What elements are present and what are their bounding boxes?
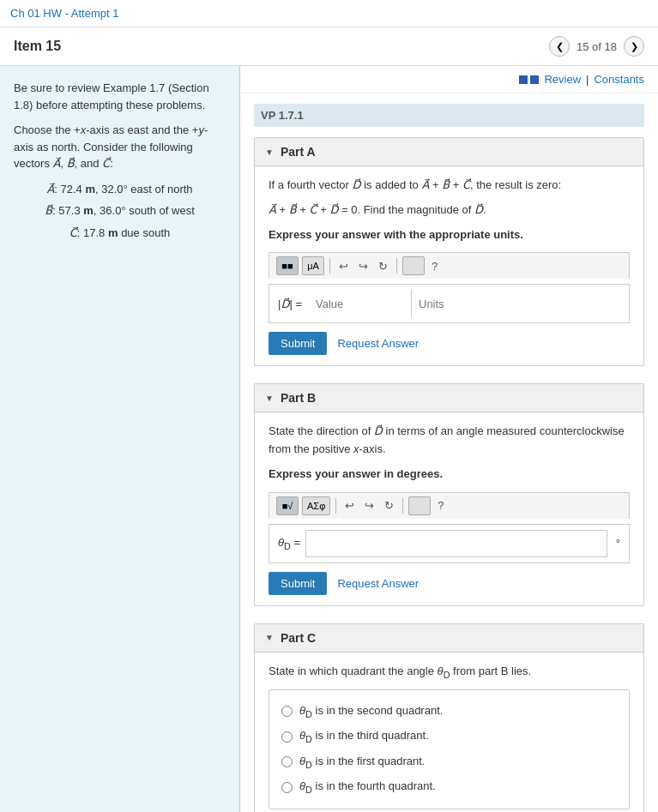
part-a-answer-row: |D⃗| =	[269, 284, 630, 323]
toolbar-refresh-a[interactable]: ↻	[375, 258, 391, 274]
part-b-toggle-icon: ▼	[265, 394, 274, 403]
part-c-desc: State in which quadrant the angle θD fro…	[269, 663, 630, 683]
toolbar-sep-b1	[335, 498, 336, 514]
toolbar-sep-a1	[329, 258, 330, 274]
review-link[interactable]: Review	[544, 73, 581, 86]
part-a-answer-label: |D⃗| =	[278, 298, 302, 310]
part-a-toggle-icon: ▼	[265, 147, 274, 157]
review-bar: Review | Constants	[240, 66, 658, 93]
content-area: Review | Constants VP 1.7.1 ▼ Part A If …	[240, 66, 658, 812]
main-content: Be sure to review Example 1.7 (Section 1…	[0, 66, 658, 812]
part-a-label: Part A	[281, 145, 316, 159]
separator: |	[586, 73, 589, 86]
radio-label-3: θD is in the fourth quadrant.	[299, 779, 436, 795]
radio-first-quadrant[interactable]	[281, 756, 293, 767]
vector-b: B⃗: 57.3 m, 36.0° south of west	[14, 202, 226, 220]
radio-item-1: θD is in the third quadrant.	[281, 724, 617, 749]
radio-item-0: θD is in the second quadrant.	[281, 699, 617, 725]
part-b-desc1: State the direction of D⃗ in terms of an…	[269, 423, 630, 459]
toolbar-sigma-btn-b[interactable]: ΑΣφ	[302, 496, 330, 515]
toolbar-redo-b[interactable]: ↪	[361, 497, 377, 514]
part-b-request[interactable]: Request Answer	[337, 577, 419, 590]
vector-a: A⃗: 72.4 m, 32.0° east of north	[14, 181, 226, 198]
part-a-desc1: If a fourth vector D⃗ is added to A⃗ + B…	[269, 177, 630, 195]
nav-controls: ❮ 15 of 18 ❯	[549, 36, 644, 57]
next-button[interactable]: ❯	[624, 36, 644, 57]
part-b-label: Part B	[281, 391, 316, 405]
toolbar-undo-b[interactable]: ↩	[341, 497, 358, 514]
vector-c: C⃗: 17.8 m due south	[14, 225, 226, 242]
radio-label-0: θD is in the second quadrant.	[299, 704, 443, 719]
part-c-toggle-icon: ▼	[265, 633, 274, 642]
toolbar-help-b[interactable]: ?	[434, 497, 447, 514]
part-a-header[interactable]: ▼ Part A	[255, 138, 643, 166]
radio-item-2: θD is in the first quadrant.	[281, 749, 617, 775]
toolbar-sep-b2	[402, 498, 403, 514]
sidebar-instruction1: Be sure to review Example 1.7 (Section 1…	[14, 80, 226, 113]
part-b-toolbar: ■√ ΑΣφ ↩ ↪ ↻ ​ ?	[269, 492, 630, 519]
part-b-answer-row: θD = °	[269, 524, 630, 563]
header-bar: Item 15 ❮ 15 of 18 ❯	[0, 27, 658, 66]
part-a-units-input[interactable]	[412, 290, 515, 317]
icon-sq2	[530, 75, 539, 84]
toolbar-keyboard-btn-b[interactable]: ​	[408, 496, 431, 515]
part-a-desc2: A⃗ + B⃗ + C⃗ + D⃗ = 0. Find the magnitud…	[269, 201, 630, 220]
part-c-label: Part C	[281, 631, 316, 645]
radio-third-quadrant[interactable]	[281, 731, 293, 743]
prev-button[interactable]: ❮	[549, 36, 570, 57]
sidebar-instruction2: Choose the +x-axis as east and the +y-ax…	[14, 122, 226, 172]
toolbar-redo-a[interactable]: ↪	[355, 258, 371, 274]
vp-label: VP 1.7.1	[254, 104, 644, 127]
review-icon	[519, 75, 539, 84]
vectors: A⃗: 72.4 m, 32.0° east of north B⃗: 57.3…	[14, 181, 226, 242]
toolbar-matrix-btn-b[interactable]: ■√	[276, 496, 299, 515]
part-b-submit[interactable]: Submit	[269, 572, 327, 595]
part-b-theta-label: θD =	[278, 536, 300, 551]
breadcrumb: Ch 01 HW - Attempt 1	[0, 0, 658, 27]
part-c-options: θD is in the second quadrant. θD is in t…	[269, 689, 630, 809]
part-a-instruction: Express your answer with the appropriate…	[269, 226, 630, 244]
part-a-body: If a fourth vector D⃗ is added to A⃗ + B…	[255, 166, 643, 365]
part-c-header[interactable]: ▼ Part C	[255, 624, 643, 653]
problem-container: VP 1.7.1 ▼ Part A If a fourth vector D⃗ …	[240, 93, 658, 812]
radio-second-quadrant[interactable]	[281, 706, 293, 717]
part-b-angle-input[interactable]	[305, 530, 607, 557]
toolbar-matrix-btn-a[interactable]: ■■	[276, 256, 299, 275]
part-a-toolbar: ■■ μA ↩ ↪ ↻ ​ ?	[269, 252, 630, 279]
radio-label-2: θD is in the first quadrant.	[299, 755, 425, 770]
toolbar-undo-a[interactable]: ↩	[335, 258, 352, 274]
part-b-actions: Submit Request Answer	[269, 572, 630, 595]
toolbar-keyboard-btn-a[interactable]: ​	[402, 256, 425, 275]
part-c-section: ▼ Part C State in which quadrant the ang…	[254, 623, 644, 812]
toolbar-refresh-b[interactable]: ↻	[381, 497, 397, 514]
radio-item-3: θD is in the fourth quadrant.	[281, 774, 617, 800]
part-c-body: State in which quadrant the angle θD fro…	[255, 653, 643, 812]
constants-link[interactable]: Constants	[594, 73, 644, 86]
part-a-submit[interactable]: Submit	[269, 332, 327, 355]
sidebar: Be sure to review Example 1.7 (Section 1…	[0, 66, 240, 812]
degree-symbol: °	[616, 537, 620, 550]
part-a-request[interactable]: Request Answer	[337, 337, 419, 350]
toolbar-mu-btn-a[interactable]: μA	[302, 256, 324, 275]
icon-sq1	[519, 75, 528, 84]
nav-text: 15 of 18	[577, 40, 617, 53]
toolbar-sep-a2	[396, 258, 397, 274]
radio-fourth-quadrant[interactable]	[281, 782, 293, 793]
part-a-actions: Submit Request Answer	[269, 332, 630, 355]
part-a-value-input[interactable]	[309, 290, 412, 317]
part-b-body: State the direction of D⃗ in terms of an…	[255, 412, 643, 604]
radio-label-1: θD is in the third quadrant.	[299, 729, 429, 744]
part-b-section: ▼ Part B State the direction of D⃗ in te…	[254, 383, 644, 605]
item-title: Item 15	[14, 39, 61, 54]
part-b-instruction: Express your answer in degrees.	[269, 466, 630, 484]
toolbar-help-a[interactable]: ?	[428, 258, 441, 274]
part-a-section: ▼ Part A If a fourth vector D⃗ is added …	[254, 137, 644, 366]
breadcrumb-link[interactable]: Ch 01 HW - Attempt 1	[10, 7, 118, 20]
part-b-header[interactable]: ▼ Part B	[255, 384, 643, 412]
